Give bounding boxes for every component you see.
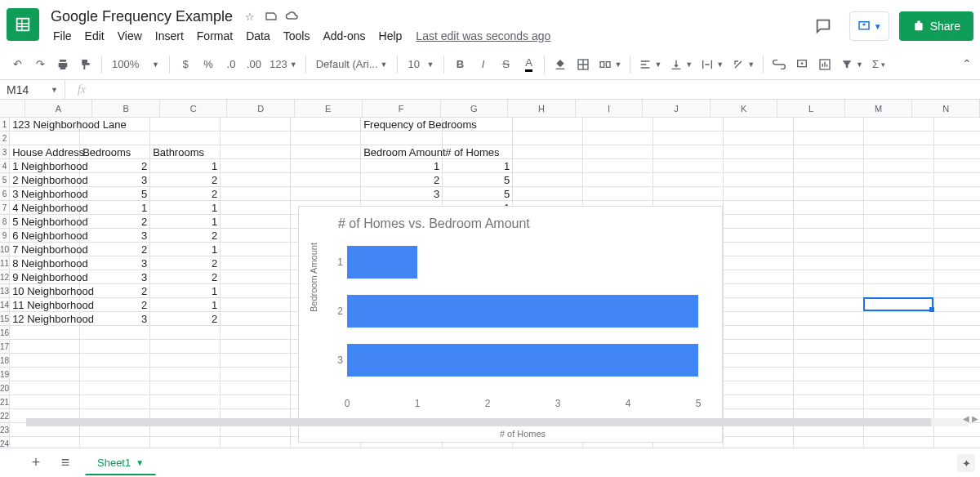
col-header-E[interactable]: E [295, 100, 363, 117]
cell-M21[interactable] [864, 395, 934, 409]
col-header-L[interactable]: L [777, 100, 845, 117]
cell-K4[interactable] [724, 159, 794, 173]
cell-N1[interactable] [934, 118, 980, 132]
cell-D15[interactable] [220, 312, 291, 326]
cell-C19[interactable] [150, 368, 220, 381]
cell-A4[interactable]: 1 Neighborhood [10, 159, 80, 173]
cell-B11[interactable]: 3 [80, 256, 150, 270]
merge-button[interactable]: ▼ [595, 54, 625, 75]
cell-G3[interactable]: # of Homes [443, 145, 513, 159]
cell-F6[interactable]: 3 [361, 187, 443, 201]
cell-N7[interactable] [934, 201, 980, 215]
formula-input[interactable] [98, 80, 980, 99]
cell-N8[interactable] [934, 215, 980, 229]
sheets-logo[interactable] [7, 8, 39, 41]
comment-button[interactable] [791, 54, 813, 75]
cell-C3[interactable]: Bathrooms [150, 145, 220, 159]
cell-N6[interactable] [934, 187, 980, 201]
cell-B5[interactable]: 3 [80, 173, 150, 187]
cell-A11[interactable]: 8 Neighborhood [10, 256, 80, 270]
col-header-A[interactable]: A [25, 100, 93, 117]
cell-I5[interactable] [583, 173, 653, 187]
cell-M6[interactable] [864, 187, 934, 201]
cell-L18[interactable] [794, 354, 864, 368]
cell-C18[interactable] [150, 354, 220, 368]
cell-B1[interactable] [80, 118, 150, 132]
cell-D17[interactable] [220, 340, 291, 354]
cell-F1[interactable]: Frequency of Bedrooms [361, 118, 443, 132]
cell-K20[interactable] [724, 381, 794, 395]
cell-B15[interactable]: 3 [80, 312, 150, 326]
cell-E4[interactable] [291, 159, 361, 173]
cell-A7[interactable]: 4 Neighborhood [10, 201, 80, 215]
cell-K15[interactable] [724, 312, 794, 326]
cell-K3[interactable] [724, 145, 794, 159]
cell-C21[interactable] [150, 395, 220, 409]
cell-A8[interactable]: 5 Neighborhood [10, 215, 80, 229]
cell-C6[interactable]: 2 [150, 187, 220, 201]
menu-tools[interactable]: Tools [278, 26, 316, 46]
move-icon[interactable] [264, 9, 278, 24]
cell-A1[interactable]: 123 Neighborhood Lane [10, 118, 80, 132]
cell-K1[interactable] [724, 118, 794, 132]
cell-H4[interactable] [513, 159, 583, 173]
cell-L5[interactable] [794, 173, 864, 187]
cell-A15[interactable]: 12 Neighborhood [10, 312, 80, 326]
link-button[interactable] [768, 54, 790, 75]
cell-B4[interactable]: 2 [80, 159, 150, 173]
cell-B13[interactable]: 2 [80, 284, 150, 298]
bold-button[interactable]: B [449, 54, 470, 75]
borders-button[interactable] [572, 54, 594, 75]
row-header-3[interactable]: 3 [0, 145, 9, 159]
cell-L7[interactable] [794, 201, 864, 215]
cell-C9[interactable]: 2 [150, 229, 220, 243]
cell-C15[interactable]: 2 [150, 312, 220, 326]
row-header-16[interactable]: 16 [0, 326, 9, 340]
cell-I3[interactable] [583, 145, 653, 159]
cell-A21[interactable] [10, 395, 80, 409]
cell-N20[interactable] [934, 381, 980, 395]
cell-C1[interactable] [150, 118, 220, 132]
cell-M16[interactable] [864, 326, 934, 340]
menu-view[interactable]: View [112, 26, 148, 46]
cell-A18[interactable] [10, 354, 80, 368]
cell-N21[interactable] [934, 395, 980, 409]
star-icon[interactable]: ☆ [243, 9, 257, 24]
cell-C10[interactable]: 1 [150, 243, 220, 256]
cell-A13[interactable]: 10 Neighborhood [10, 284, 80, 298]
cell-L11[interactable] [794, 256, 864, 270]
cell-H6[interactable] [513, 187, 583, 201]
cell-C8[interactable]: 1 [150, 215, 220, 229]
cell-K9[interactable] [724, 229, 794, 243]
cell-K14[interactable] [724, 298, 794, 312]
col-header-J[interactable]: J [643, 100, 710, 117]
name-box[interactable]: M14▼ [0, 80, 65, 99]
col-header-I[interactable]: I [576, 100, 644, 117]
cell-M3[interactable] [864, 145, 934, 159]
menu-insert[interactable]: Insert [149, 26, 189, 46]
cell-L10[interactable] [794, 243, 864, 256]
cell-C14[interactable]: 1 [150, 298, 220, 312]
cell-L17[interactable] [794, 340, 864, 354]
cell-A9[interactable]: 6 Neighborhood [10, 229, 80, 243]
cell-D21[interactable] [220, 395, 291, 409]
row-header-10[interactable]: 10 [0, 243, 9, 256]
menu-add-ons[interactable]: Add-ons [317, 26, 371, 46]
col-header-C[interactable]: C [160, 100, 228, 117]
cell-L20[interactable] [794, 381, 864, 395]
cell-H5[interactable] [513, 173, 583, 187]
cell-L4[interactable] [794, 159, 864, 173]
cell-L16[interactable] [794, 326, 864, 340]
cell-C4[interactable]: 1 [150, 159, 220, 173]
cell-N10[interactable] [934, 243, 980, 256]
cell-L1[interactable] [794, 118, 864, 132]
cell-L13[interactable] [794, 284, 864, 298]
row-header-19[interactable]: 19 [0, 368, 9, 381]
collapse-toolbar-icon[interactable]: ⌃ [962, 57, 972, 70]
explore-button[interactable]: ✦ [957, 454, 975, 472]
row-header-8[interactable]: 8 [0, 215, 9, 229]
strike-button[interactable]: S [495, 54, 516, 75]
cell-F5[interactable]: 2 [361, 173, 443, 187]
valign-button[interactable]: ▼ [666, 54, 696, 75]
currency-button[interactable]: $ [175, 54, 196, 75]
